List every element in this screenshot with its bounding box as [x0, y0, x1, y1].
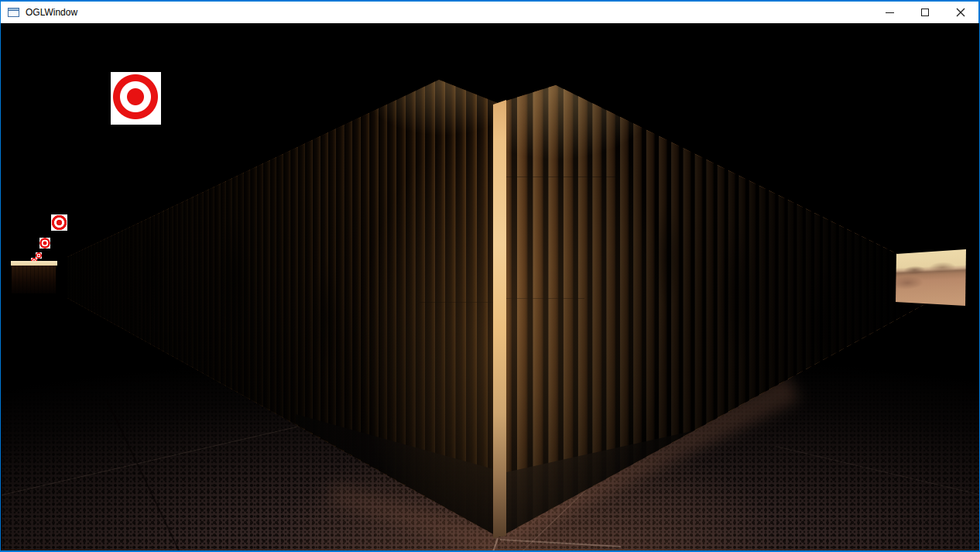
maximize-icon — [921, 9, 929, 16]
bullseye-rings — [51, 214, 67, 231]
bullseye-target-small — [39, 238, 50, 249]
app-window: OGLWindow — [0, 0, 980, 552]
window-title: OGLWindow — [26, 2, 77, 23]
terrain-photo-billboard — [892, 246, 969, 312]
titlebar[interactable]: OGLWindow — [1, 0, 978, 23]
bullseye-rings — [39, 238, 50, 249]
close-button[interactable] — [943, 2, 978, 23]
minimize-button[interactable] — [872, 2, 907, 23]
bullseye-rings — [111, 72, 161, 125]
bullseye-target-large — [111, 72, 161, 125]
maximize-button[interactable] — [907, 2, 943, 23]
opengl-scene-viewport[interactable] — [2, 23, 979, 550]
bullseye-target-medium — [51, 214, 67, 231]
plank-platform-front — [12, 266, 56, 293]
minimize-icon — [886, 12, 894, 13]
window-icon[interactable] — [8, 8, 19, 17]
window-controls — [872, 2, 978, 23]
close-icon — [956, 8, 965, 17]
